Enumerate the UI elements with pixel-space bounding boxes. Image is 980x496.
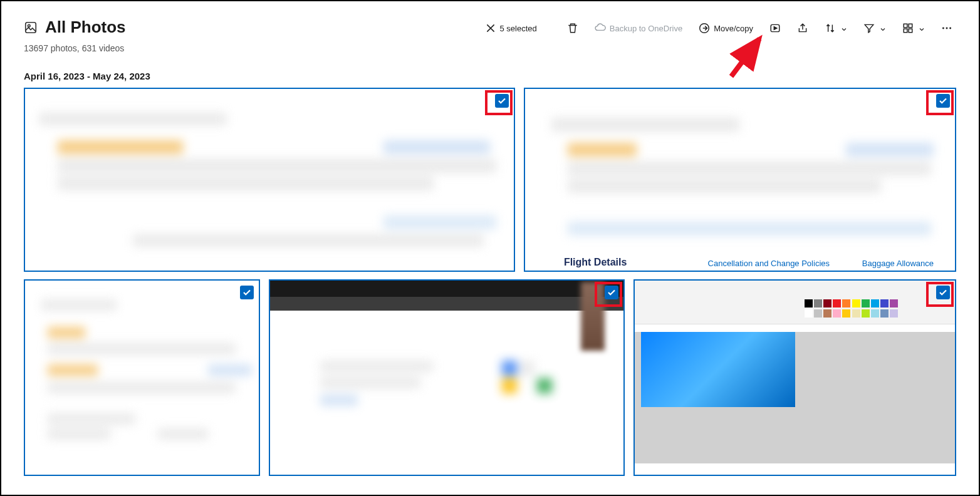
svg-point-10 xyxy=(949,28,951,29)
move-copy-button[interactable]: Move/copy xyxy=(695,20,757,36)
selection-checkmark[interactable] xyxy=(495,94,509,108)
page-title: All Photos xyxy=(45,18,126,37)
selection-checkmark[interactable] xyxy=(605,286,618,299)
arrow-circle-icon xyxy=(699,23,710,34)
photo-thumbnail[interactable]: PicPick - Image 17 xyxy=(633,279,956,476)
paint-ribbon xyxy=(635,281,955,324)
selection-checkmark[interactable] xyxy=(240,286,254,299)
chevron-down-icon xyxy=(919,25,925,31)
chevron-down-icon xyxy=(841,25,847,31)
flight-link: Cancellation and Change Policies xyxy=(708,259,830,268)
clear-selection-button[interactable]: 5 selected xyxy=(481,20,541,36)
svg-rect-0 xyxy=(26,22,36,33)
slideshow-button[interactable] xyxy=(766,20,785,36)
trash-icon xyxy=(567,23,578,34)
play-rect-icon xyxy=(769,23,781,34)
svg-point-9 xyxy=(946,28,948,29)
backup-onedrive-button[interactable]: Backup to OneDrive xyxy=(591,20,686,36)
paint-canvas-image xyxy=(641,332,795,407)
move-copy-label: Move/copy xyxy=(714,24,753,33)
flight-details-heading: Flight Details xyxy=(564,257,627,268)
share-button[interactable] xyxy=(793,20,812,36)
photo-thumbnail[interactable] xyxy=(24,88,515,272)
selection-checkmark[interactable] xyxy=(936,286,950,299)
svg-rect-7 xyxy=(909,29,912,33)
paint-color-palette xyxy=(805,299,899,318)
svg-point-1 xyxy=(28,24,30,27)
filter-button[interactable] xyxy=(860,20,890,36)
photo-thumbnail[interactable]: Flight Details Cancellation and Change P… xyxy=(524,88,956,272)
browser-tab-bar xyxy=(270,281,623,297)
view-options-button[interactable] xyxy=(899,20,929,36)
photo-app-icon xyxy=(24,21,38,34)
svg-rect-5 xyxy=(909,24,912,28)
chevron-down-icon xyxy=(880,25,886,31)
sort-button[interactable] xyxy=(821,20,851,36)
close-icon xyxy=(485,23,496,34)
browser-address-bar xyxy=(270,297,623,311)
share-icon xyxy=(797,23,808,34)
selection-checkmark[interactable] xyxy=(936,94,950,108)
svg-rect-4 xyxy=(904,24,907,28)
photo-count-subtitle: 13697 photos, 631 videos xyxy=(24,43,481,53)
grid-icon xyxy=(902,23,914,34)
selected-count: 5 selected xyxy=(500,24,537,33)
photo-thumbnail[interactable] xyxy=(24,279,260,476)
photo-thumbnail[interactable] xyxy=(269,279,625,476)
delete-button[interactable] xyxy=(563,20,582,36)
more-horizontal-icon xyxy=(941,23,952,34)
svg-point-8 xyxy=(942,28,944,29)
blurred-person xyxy=(581,282,605,351)
backup-label: Backup to OneDrive xyxy=(610,24,682,33)
flight-link: Baggage Allowance xyxy=(862,259,934,268)
date-range-label: April 16, 2023 - May 24, 2023 xyxy=(24,71,979,81)
toolbar: 5 selected Backup to OneDrive Move/copy xyxy=(481,20,956,36)
cloud-icon xyxy=(595,23,606,34)
more-button[interactable] xyxy=(937,20,956,36)
sort-icon xyxy=(825,23,836,34)
svg-rect-6 xyxy=(904,29,907,33)
filter-icon xyxy=(863,23,875,34)
